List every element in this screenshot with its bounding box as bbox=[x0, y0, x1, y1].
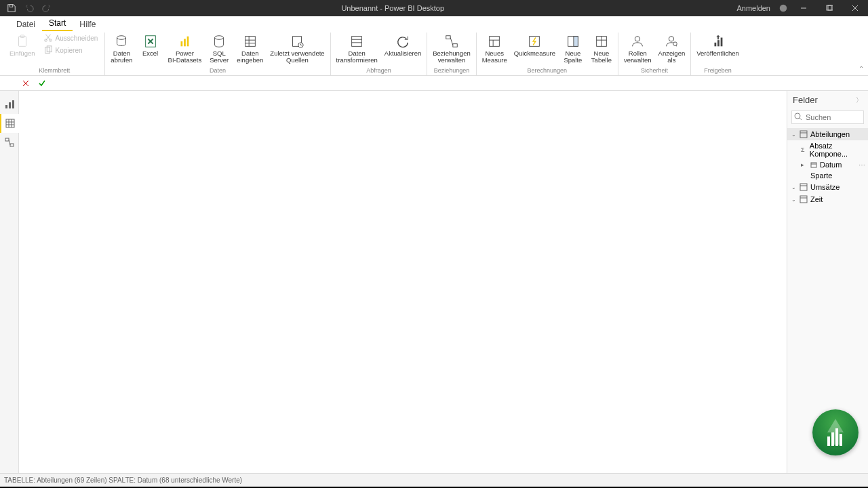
user-icon[interactable] bbox=[778, 3, 788, 13]
formula-commit-button[interactable] bbox=[37, 78, 47, 89]
svg-rect-74 bbox=[840, 434, 842, 446]
maximize-button[interactable] bbox=[819, 0, 840, 16]
fields-search-input[interactable] bbox=[791, 110, 864, 124]
quickmeasure-button[interactable]: Quickmeasure bbox=[513, 33, 557, 57]
manage-roles-button[interactable]: Rollen verwalten bbox=[623, 33, 653, 64]
close-button[interactable] bbox=[845, 0, 865, 16]
data-canvas[interactable] bbox=[19, 91, 787, 473]
more-icon[interactable]: ⋯ bbox=[859, 161, 865, 169]
column-icon bbox=[566, 34, 580, 49]
svg-point-42 bbox=[635, 37, 640, 41]
enter-data-button[interactable]: Daten eingeben bbox=[235, 33, 264, 64]
publish-button[interactable]: Veröffentlichen bbox=[695, 33, 741, 57]
ribbon-group-freigeben: Veröffentlichen Freigeben bbox=[691, 33, 745, 75]
signin-link[interactable]: Anmelden bbox=[734, 4, 773, 12]
excel-icon bbox=[143, 34, 158, 49]
ribbon-group-sicherheit: Rollen verwalten Anzeigen als Sicherheit bbox=[618, 33, 691, 75]
svg-rect-0 bbox=[9, 5, 12, 7]
calendar-icon bbox=[810, 161, 817, 168]
field-sparte[interactable]: Sparte bbox=[787, 170, 868, 181]
data-view-button[interactable] bbox=[0, 114, 19, 133]
undo-icon[interactable] bbox=[24, 3, 34, 13]
collapse-fields-icon[interactable]: 〉 bbox=[856, 96, 863, 105]
redo-icon[interactable] bbox=[42, 3, 52, 13]
svg-rect-18 bbox=[184, 39, 186, 46]
get-data-button[interactable]: Daten abrufen bbox=[109, 33, 134, 64]
quickmeasure-icon bbox=[527, 34, 542, 49]
sql-button[interactable]: SQL Server bbox=[207, 33, 231, 64]
report-view-button[interactable] bbox=[0, 95, 19, 114]
table-icon bbox=[800, 195, 808, 203]
sql-icon bbox=[212, 34, 226, 49]
relationships-icon bbox=[444, 34, 459, 49]
recent-icon bbox=[290, 34, 304, 49]
table-icon bbox=[594, 34, 609, 49]
formula-bar bbox=[0, 76, 868, 91]
search-icon bbox=[794, 113, 802, 121]
recent-sources-button[interactable]: Zuletzt verwendete Quellen bbox=[269, 33, 326, 64]
svg-point-61 bbox=[795, 113, 800, 119]
ribbon-group-beziehungen: Beziehungen verwalten Beziehungen bbox=[427, 33, 476, 75]
pbi-dataset-icon bbox=[177, 34, 192, 49]
field-absatz[interactable]: Σ Absatz Kompone... bbox=[787, 140, 868, 159]
pbi-datasets-button[interactable]: Power BI-Datasets bbox=[167, 33, 203, 64]
svg-rect-19 bbox=[187, 37, 189, 47]
svg-rect-27 bbox=[352, 37, 362, 47]
field-datum[interactable]: ▸ Datum ⋯ bbox=[787, 159, 868, 170]
collapse-ribbon-icon[interactable]: ⌃ bbox=[859, 65, 864, 73]
ribbon-group-abfragen: Daten transformieren Aktualisieren Abfra… bbox=[331, 33, 428, 75]
new-measure-button[interactable]: Neues Measure bbox=[481, 33, 509, 64]
table-umsaetze[interactable]: ⌄ Umsätze bbox=[787, 181, 868, 193]
table-abteilungen[interactable]: ⌄ Abteilungen bbox=[787, 128, 868, 140]
svg-rect-30 bbox=[446, 36, 450, 39]
window-title: Unbenannt - Power BI Desktop bbox=[52, 4, 734, 12]
model-view-button[interactable] bbox=[0, 133, 19, 152]
transform-data-button[interactable]: Daten transformieren bbox=[335, 33, 379, 64]
svg-rect-73 bbox=[835, 428, 838, 446]
svg-point-44 bbox=[673, 42, 677, 45]
svg-rect-31 bbox=[453, 44, 457, 47]
manage-relationships-button[interactable]: Beziehungen verwalten bbox=[431, 33, 471, 64]
formula-cancel-button[interactable] bbox=[20, 78, 31, 89]
view-as-button[interactable]: Anzeigen als bbox=[657, 33, 687, 64]
svg-rect-3 bbox=[827, 5, 831, 10]
svg-rect-69 bbox=[800, 196, 807, 203]
measure-icon bbox=[487, 34, 502, 49]
new-column-button[interactable]: Neue Spalte bbox=[561, 33, 585, 64]
svg-rect-33 bbox=[490, 37, 500, 47]
chevron-down-icon: ⌄ bbox=[791, 197, 797, 203]
menu-hilfe[interactable]: Hilfe bbox=[73, 18, 102, 31]
svg-rect-51 bbox=[9, 102, 11, 108]
formula-input[interactable] bbox=[53, 77, 868, 89]
chevron-right-icon: ▸ bbox=[801, 161, 808, 168]
table-icon bbox=[800, 183, 808, 191]
new-table-button[interactable]: Neue Tabelle bbox=[589, 33, 614, 64]
svg-rect-50 bbox=[5, 105, 7, 108]
svg-point-20 bbox=[215, 36, 224, 40]
excel-button[interactable]: Excel bbox=[138, 33, 163, 57]
svg-rect-21 bbox=[245, 37, 255, 47]
svg-rect-65 bbox=[811, 163, 816, 167]
svg-rect-63 bbox=[800, 131, 807, 138]
ribbon: Einfügen Ausschneiden Kopieren Klemmbret… bbox=[0, 31, 868, 76]
minimize-button[interactable] bbox=[793, 0, 814, 16]
logo-badge bbox=[812, 409, 859, 455]
ribbon-group-daten: Daten abrufen Excel Power BI-Datasets SQ… bbox=[105, 33, 330, 75]
table-zeit[interactable]: ⌄ Zeit bbox=[787, 193, 868, 205]
fields-search[interactable] bbox=[791, 110, 864, 124]
menu-start[interactable]: Start bbox=[42, 17, 73, 31]
svg-rect-67 bbox=[800, 184, 807, 190]
refresh-icon bbox=[395, 34, 410, 49]
svg-rect-45 bbox=[714, 43, 716, 47]
save-icon[interactable] bbox=[7, 3, 16, 13]
chevron-down-icon: ⌄ bbox=[791, 131, 797, 138]
copy-icon bbox=[43, 45, 53, 55]
publish-icon bbox=[711, 34, 726, 49]
table-icon bbox=[800, 130, 808, 138]
refresh-button[interactable]: Aktualisieren bbox=[383, 33, 422, 57]
menu-datei[interactable]: Datei bbox=[9, 18, 42, 31]
svg-rect-38 bbox=[574, 37, 578, 47]
titlebar: Unbenannt - Power BI Desktop Anmelden bbox=[0, 0, 868, 16]
fields-title: Felder bbox=[793, 95, 818, 105]
paste-icon bbox=[15, 34, 30, 49]
